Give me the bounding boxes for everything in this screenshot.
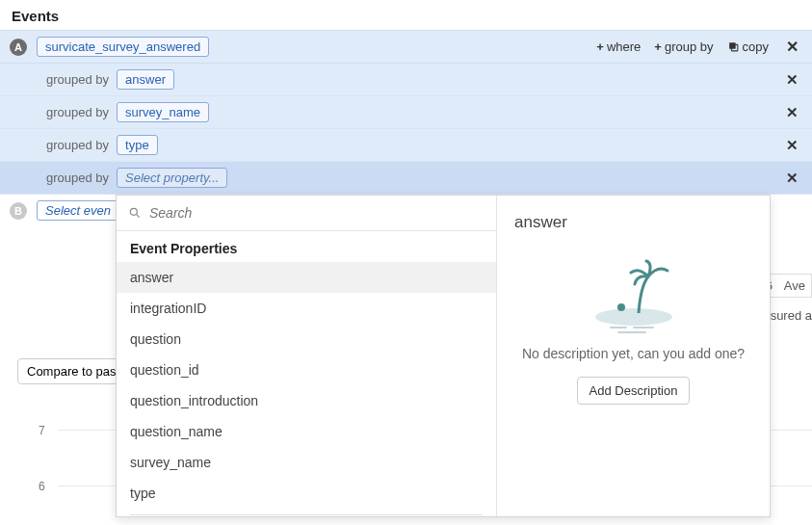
grouped-by-label: grouped by — [46, 171, 109, 185]
property-item-survey-name[interactable]: survey_name — [117, 447, 496, 478]
property-detail-panel: answer No description yet, can you add o… — [497, 196, 770, 516]
search-bar — [117, 196, 496, 231]
remove-group-button[interactable]: ✕ — [786, 71, 799, 89]
property-list-header: Event Properties — [117, 231, 496, 262]
section-title: Events — [0, 0, 812, 30]
search-input[interactable] — [149, 205, 485, 221]
svg-point-4 — [595, 308, 672, 326]
property-item-question-name[interactable]: question_name — [117, 416, 496, 447]
group-value-token[interactable]: answer — [117, 69, 174, 90]
where-button[interactable]: +where — [596, 39, 641, 54]
empty-state-island-icon — [581, 257, 687, 334]
property-picker-popover: Event Properties answer integrationID qu… — [116, 195, 771, 517]
text-fragment: sured a — [771, 308, 812, 323]
compare-to-past-button[interactable]: Compare to past — [17, 358, 129, 384]
grouped-by-label: grouped by — [46, 138, 109, 152]
plus-icon: + — [596, 39, 604, 54]
no-description-text: No description yet, can you add one? — [522, 346, 745, 361]
detail-title: answer — [514, 213, 567, 232]
y-axis-tick: 6 — [39, 480, 45, 493]
select-property-token[interactable]: Select property... — [117, 168, 227, 188]
svg-rect-8 — [617, 331, 646, 333]
event-a-actions: +where +group by copy ✕ — [596, 38, 802, 56]
copy-button[interactable]: copy — [727, 39, 769, 54]
remove-event-button[interactable]: ✕ — [782, 38, 802, 56]
svg-point-2 — [130, 208, 137, 215]
plus-icon: + — [654, 39, 662, 54]
groupby-button[interactable]: +group by — [654, 39, 713, 54]
property-item-question[interactable]: question — [117, 324, 496, 354]
property-item-type[interactable]: type — [117, 478, 496, 509]
property-item-answer[interactable]: answer — [117, 262, 496, 293]
table-cell-fragment: Ave — [778, 274, 812, 298]
grouped-by-label: grouped by — [46, 72, 109, 87]
copy-icon — [727, 40, 740, 53]
event-badge-a: A — [10, 39, 27, 56]
divider — [130, 514, 483, 515]
property-item-question-introduction[interactable]: question_introduction — [117, 385, 496, 416]
svg-rect-6 — [610, 327, 627, 328]
event-badge-b: B — [10, 202, 27, 220]
grouped-by-row-active: grouped by Select property... ✕ — [0, 162, 812, 195]
group-value-token[interactable]: type — [117, 135, 158, 155]
grouped-by-row: grouped by survey_name ✕ — [0, 96, 812, 129]
svg-line-3 — [136, 214, 139, 217]
grouped-by-label: grouped by — [46, 105, 109, 119]
property-item-question-id[interactable]: question_id — [117, 354, 496, 385]
add-description-button[interactable]: Add Description — [577, 377, 691, 405]
event-name-token[interactable]: survicate_survey_answered — [37, 37, 209, 57]
svg-rect-7 — [633, 327, 654, 328]
grouped-by-row: grouped by type ✕ — [0, 129, 812, 162]
grouped-by-row: grouped by answer ✕ — [0, 64, 812, 96]
svg-rect-1 — [729, 42, 736, 49]
property-list-scroll[interactable]: Event Properties answer integrationID qu… — [117, 231, 496, 516]
select-event-token[interactable]: Select even — [37, 200, 119, 221]
remove-group-button[interactable]: ✕ — [786, 170, 799, 187]
property-item-integrationid[interactable]: integrationID — [117, 293, 496, 324]
remove-group-button[interactable]: ✕ — [786, 104, 799, 121]
group-value-token[interactable]: survey_name — [117, 102, 209, 122]
svg-point-5 — [617, 303, 625, 311]
remove-group-button[interactable]: ✕ — [786, 137, 799, 154]
y-axis-tick: 7 — [39, 424, 45, 437]
property-list-panel: Event Properties answer integrationID qu… — [117, 196, 497, 516]
search-icon — [128, 206, 142, 220]
event-a-row: A survicate_survey_answered +where +grou… — [0, 30, 812, 64]
